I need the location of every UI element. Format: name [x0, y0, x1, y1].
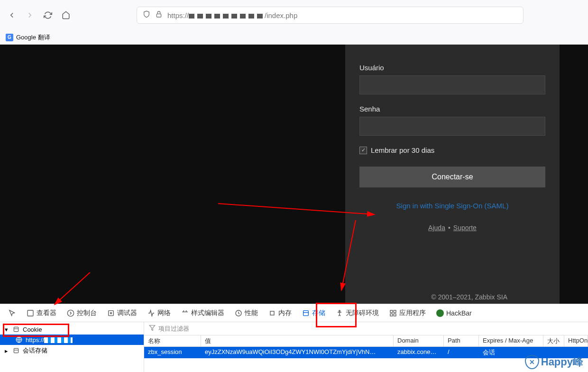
url-bar[interactable]: https:///index.php — [137, 7, 524, 24]
svg-rect-12 — [390, 310, 393, 313]
col-httponly[interactable]: HttpOn — [564, 335, 588, 346]
forward-button[interactable] — [26, 11, 34, 19]
cookie-table: 名称 值 Domain Path Expires / Max-Age 大小 Ht… — [144, 335, 588, 372]
remember-checkbox[interactable]: ✓ — [359, 147, 367, 154]
storage-sidebar: ▾ Cookie https:// ▸ 会话存储 — [0, 322, 144, 372]
svg-rect-8 — [270, 311, 274, 315]
help-links: Ajuda•Suporte — [359, 224, 545, 232]
tab-application[interactable]: 应用程序 — [385, 304, 431, 322]
svg-rect-14 — [390, 314, 393, 316]
username-input[interactable] — [359, 75, 545, 94]
svg-rect-4 — [28, 310, 33, 316]
col-path[interactable]: Path — [444, 335, 479, 346]
filter-icon — [149, 325, 156, 333]
help-link[interactable]: Ajuda — [428, 224, 445, 232]
filter-bar[interactable]: 项目过滤器 — [144, 322, 588, 335]
tab-performance[interactable]: 性能 — [230, 304, 263, 322]
tab-memory[interactable]: 内存 — [264, 304, 296, 322]
login-panel: Usuário Senha ✓ Lembrar por 30 dias Cone… — [345, 45, 560, 304]
nav-controls — [8, 11, 70, 19]
col-domain[interactable]: Domain — [394, 335, 444, 346]
col-name[interactable]: 名称 — [144, 335, 201, 346]
col-expires[interactable]: Expires / Max-Age — [479, 335, 543, 346]
cookie-icon — [12, 326, 20, 333]
expand-icon: ▾ — [5, 326, 9, 333]
copyright: © 2001–2021, Zabbix SIA — [431, 293, 507, 301]
password-input[interactable] — [359, 117, 545, 136]
sidebar-session-storage[interactable]: ▸ 会话存储 — [0, 345, 144, 356]
sidebar-host-label: https:// — [26, 336, 73, 344]
cell-httponly — [564, 347, 588, 358]
sidebar-session-label: 会话存储 — [23, 346, 47, 355]
svg-rect-0 — [156, 14, 161, 17]
tab-inspector[interactable]: 查看器 — [22, 304, 61, 322]
devtools-picker[interactable] — [4, 304, 21, 322]
shield-icon — [143, 10, 150, 20]
back-button[interactable] — [8, 11, 16, 19]
username-label: Usuário — [359, 64, 545, 72]
saml-link[interactable]: Sign in with Single Sign-On (SAML) — [359, 202, 545, 210]
lock-icon — [155, 10, 163, 20]
password-label: Senha — [359, 105, 545, 113]
filter-placeholder: 项目过滤器 — [158, 325, 189, 333]
svg-point-5 — [67, 310, 74, 316]
devtools-body: ▾ Cookie https:// ▸ 会话存储 项目过滤器 名称 — [0, 322, 588, 372]
url-text: https:///index.php — [167, 11, 297, 19]
table-row[interactable]: zbx_session eyJzZXNzaW9uaWQiOiI3ODg4ZWY1… — [144, 347, 588, 358]
svg-rect-13 — [394, 310, 396, 313]
remember-label: Lembrar por 30 dias — [371, 146, 434, 154]
svg-rect-16 — [14, 327, 18, 331]
translate-icon: G — [6, 34, 13, 41]
sidebar-cookie-label: Cookie — [23, 326, 42, 333]
svg-point-11 — [339, 310, 340, 312]
col-size[interactable]: 大小 — [543, 335, 564, 346]
cell-path: / — [444, 347, 479, 358]
tab-console[interactable]: 控制台 — [62, 304, 101, 322]
home-button[interactable] — [62, 11, 70, 19]
page-content: Usuário Senha ✓ Lembrar por 30 dias Cone… — [0, 45, 588, 304]
devtools: 查看器 控制台 调试器 网络 样式编辑器 性能 内存 存储 无障碍环境 应用程序… — [0, 304, 588, 372]
tab-storage[interactable]: 存储 — [297, 304, 330, 322]
tab-accessibility[interactable]: 无障碍环境 — [331, 304, 384, 322]
sidebar-https-host[interactable]: https:// — [0, 335, 144, 345]
svg-rect-15 — [394, 314, 396, 316]
remember-row[interactable]: ✓ Lembrar por 30 dias — [359, 146, 545, 154]
cell-value: eyJzZXNzaW9uaWQiOiI3ODg4ZWY1NWI0OTZmYjdi… — [201, 347, 394, 358]
col-value[interactable]: 值 — [201, 335, 394, 346]
bookmark-google-translate[interactable]: G Google 翻译 — [6, 33, 50, 42]
tab-hackbar[interactable]: HackBar — [432, 304, 477, 322]
expand-icon: ▸ — [5, 347, 9, 354]
storage-main: 项目过滤器 名称 值 Domain Path Expires / Max-Age… — [144, 322, 588, 372]
cell-expires: 会话 — [479, 347, 543, 358]
tab-debugger[interactable]: 调试器 — [102, 304, 142, 322]
bookmark-label: Google 翻译 — [16, 33, 50, 42]
tab-styleeditor[interactable]: 样式编辑器 — [176, 304, 229, 322]
cell-size — [543, 347, 564, 358]
cell-name: zbx_session — [144, 347, 201, 358]
globe-icon — [15, 336, 23, 344]
tab-network[interactable]: 网络 — [143, 304, 175, 322]
svg-line-3 — [55, 272, 90, 305]
reload-button[interactable] — [44, 11, 52, 19]
connect-button[interactable]: Conectar-se — [359, 167, 545, 187]
table-header: 名称 值 Domain Path Expires / Max-Age 大小 Ht… — [144, 335, 588, 347]
svg-rect-19 — [14, 348, 18, 353]
devtools-tabbar: 查看器 控制台 调试器 网络 样式编辑器 性能 内存 存储 无障碍环境 应用程序… — [0, 304, 588, 322]
support-link[interactable]: Suporte — [453, 224, 477, 232]
browser-toolbar: https:///index.php — [0, 0, 588, 30]
cell-domain: zabbix.cone… — [394, 347, 444, 358]
svg-rect-9 — [303, 310, 309, 316]
storage-icon — [12, 347, 20, 354]
sidebar-cookie[interactable]: ▾ Cookie — [0, 324, 144, 335]
bookmarks-bar: G Google 翻译 — [0, 30, 588, 45]
